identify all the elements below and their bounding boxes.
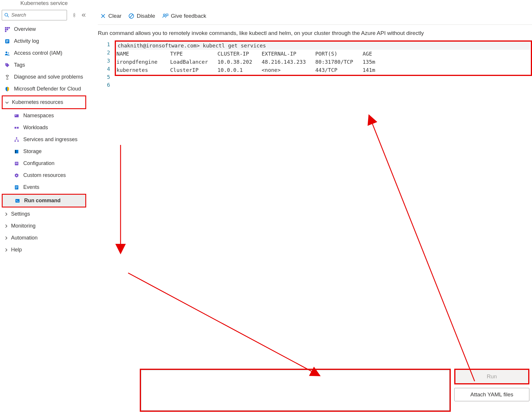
run-button-label: Run [487,373,497,380]
sidebar-item-label: Workloads [23,125,48,131]
svg-point-0 [5,13,8,16]
toolbar: Clear Disable Give feedback [98,12,532,25]
svg-line-35 [130,14,133,18]
sidebar-item-label: Kubernetes resources [12,99,63,105]
toolbar-label: Disable [137,13,155,19]
sidebar-item-label: Activity log [14,38,39,44]
sidebar-item-label: Custom resources [23,172,66,178]
line-number-gutter: 1 2 3 4 5 6 [98,40,115,89]
sidebar-item-namespaces[interactable]: Namespaces [2,110,86,122]
svg-rect-7 [5,31,6,32]
terminal-prompt-line: chaknith@ironsoftware.com> kubectl get s… [116,42,530,50]
svg-line-38 [128,273,319,375]
sidebar-item-label: Namespaces [23,113,54,119]
sidebar-item-custom-resources[interactable]: Custom resources [2,169,86,181]
svg-rect-9 [6,40,8,41]
collapse-sidebar-icon[interactable] [82,13,86,17]
chevron-right-icon [4,212,8,216]
command-input-box[interactable] [140,369,451,412]
sidebar-item-monitoring[interactable]: Monitoring [2,220,86,232]
disable-icon [128,13,134,19]
sidebar-item-activity-log[interactable]: Activity log [2,35,86,47]
sidebar-item-label: Access control (IAM) [14,50,62,56]
sidebar-item-label: Storage [23,148,42,155]
line-number: 4 [98,65,110,73]
reorder-icon[interactable] [72,13,76,17]
svg-point-12 [6,52,7,53]
svg-point-15 [6,75,8,77]
chevron-down-icon [5,100,9,104]
services-icon [13,137,20,142]
chevron-right-icon [4,236,8,240]
line-number: 5 [98,73,110,81]
sidebar-item-kubernetes-resources[interactable]: Kubernetes resources [3,96,85,108]
bottom-command-area: Run Attach YAML files [140,369,530,412]
sidebar-item-overview[interactable]: Overview [2,23,86,35]
search-box[interactable] [2,10,67,20]
search-icon [4,13,9,17]
svg-rect-10 [6,41,8,42]
svg-point-36 [163,14,165,16]
terminal-row: ironpdfengine LoadBalancer 10.0.38.202 4… [116,58,530,66]
tags-icon [4,63,10,68]
defender-icon [4,86,10,92]
sidebar-item-workloads[interactable]: Workloads [2,122,86,134]
svg-rect-6 [7,29,8,30]
namespaces-icon [13,113,20,118]
sidebar-item-label: Settings [11,211,30,217]
run-button[interactable]: Run [454,369,529,384]
sidebar-item-label: Run command [24,198,61,204]
toolbar-label: Give feedback [171,13,206,19]
search-input[interactable] [11,13,64,18]
activity-log-icon [4,39,10,44]
line-number: 2 [98,49,110,57]
terminal: 1 2 3 4 5 6 chaknith@ironsoftware.com> k… [98,40,532,89]
sidebar-item-label: Automation [11,235,38,241]
page-header: Kubernetes service [0,0,532,8]
clear-button[interactable]: Clear [100,13,121,19]
sidebar-item-services-ingresses[interactable]: Services and ingresses [2,134,86,145]
attach-yaml-button[interactable]: Attach YAML files [454,388,529,401]
sidebar-item-tags[interactable]: Tags [2,59,86,71]
header-service-type: Kubernetes service [20,0,68,6]
sidebar-item-label: Configuration [23,160,54,166]
svg-point-13 [8,52,9,53]
storage-icon [13,149,20,154]
sidebar-item-label: Help [11,247,22,253]
sidebar-item-help[interactable]: Help [2,244,86,256]
sidebar-item-configuration[interactable]: Configuration [2,157,86,169]
main-content: Clear Disable Give feedback Run command … [88,8,532,256]
svg-line-1 [8,16,9,17]
configuration-icon [13,161,20,166]
sidebar-item-label: Diagnose and solve problems [14,74,83,80]
sidebar-item-label: Tags [14,62,25,68]
svg-rect-30 [15,186,18,187]
terminal-columns: NAME TYPE CLUSTER-IP EXTERNAL-IP PORT(S)… [116,50,530,58]
sidebar-item-events[interactable]: Events [2,181,86,193]
line-number: 1 [98,40,110,49]
sidebar-item-defender[interactable]: Microsoft Defender for Cloud [2,83,86,95]
sidebar-item-run-command[interactable]: Run command [3,195,85,207]
sidebar-item-settings[interactable]: Settings [2,208,86,220]
svg-point-28 [16,175,17,176]
feedback-button[interactable]: Give feedback [162,13,206,19]
svg-rect-20 [16,137,17,139]
disable-button[interactable]: Disable [128,13,155,19]
clear-icon [100,13,106,19]
access-control-icon [4,51,10,56]
svg-rect-11 [6,42,8,42]
sidebar-item-automation[interactable]: Automation [2,232,86,244]
line-number: 6 [98,81,110,89]
svg-rect-3 [7,27,8,29]
sidebar-item-access-control[interactable]: Access control (IAM) [2,47,86,59]
svg-rect-26 [15,163,18,163]
svg-rect-31 [15,187,18,187]
sidebar-item-label: Events [23,184,39,190]
sidebar-item-storage[interactable]: Storage [2,145,86,157]
events-icon [13,185,20,190]
svg-rect-2 [5,27,6,29]
svg-rect-18 [15,127,16,129]
attach-yaml-label: Attach YAML files [470,391,513,398]
chevron-right-icon [4,224,8,228]
sidebar-item-diagnose[interactable]: Diagnose and solve problems [2,71,86,83]
